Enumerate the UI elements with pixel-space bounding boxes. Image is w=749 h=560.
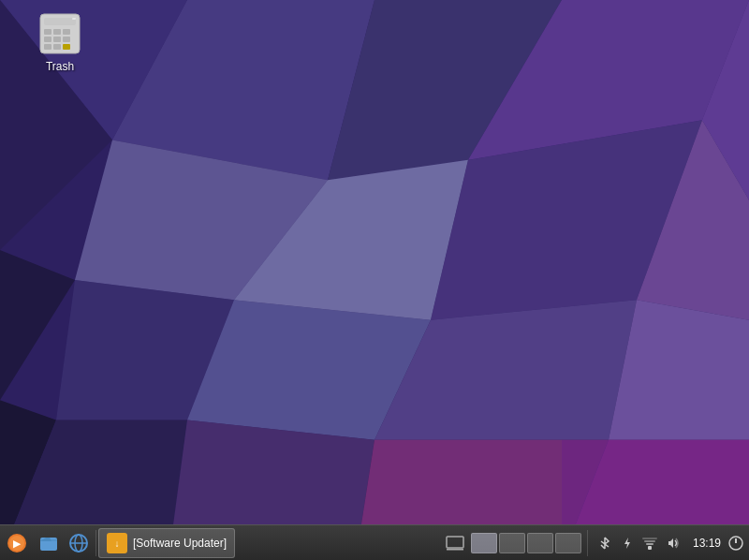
svg-text:▶: ▶	[13, 538, 22, 549]
trash-icon-image	[37, 11, 82, 56]
svg-rect-32	[53, 37, 61, 42]
svg-rect-27	[44, 18, 76, 25]
start-button[interactable]: ▶	[0, 525, 34, 561]
trash-icon[interactable]: Trash	[26, 7, 94, 77]
svg-rect-51	[646, 543, 654, 545]
svg-rect-48	[447, 549, 463, 551]
software-updater-label: [Software Updater]	[133, 537, 227, 550]
volume-tray-icon[interactable]	[663, 534, 682, 553]
svg-rect-33	[63, 37, 70, 42]
workspace-3-button[interactable]	[527, 533, 553, 553]
trash-icon-label: Trash	[46, 60, 74, 73]
svg-rect-28	[44, 29, 51, 35]
svg-rect-36	[63, 44, 70, 50]
svg-marker-54	[668, 538, 673, 548]
workspace-1-button[interactable]	[471, 533, 497, 553]
file-manager-button[interactable]	[35, 528, 63, 558]
network-tray-icon[interactable]	[640, 534, 659, 553]
power-tray-icon[interactable]	[618, 534, 637, 553]
software-updater-taskbar-button[interactable]: ↓ [Software Updater]	[98, 528, 235, 558]
bluetooth-tray-icon[interactable]	[595, 534, 614, 553]
svg-text:↓: ↓	[115, 538, 120, 549]
svg-rect-52	[644, 540, 655, 542]
workspace-2-button[interactable]	[499, 533, 525, 553]
svg-rect-50	[648, 546, 652, 550]
desktop-background	[0, 0, 749, 560]
taskbar-separator-1	[95, 530, 96, 556]
power-button[interactable]	[727, 534, 745, 553]
svg-rect-30	[63, 29, 70, 35]
system-tray	[590, 525, 687, 561]
svg-rect-53	[642, 538, 657, 539]
taskbar-separator-2	[587, 530, 588, 556]
taskbar: ▶ ↓	[0, 524, 749, 560]
software-updater-icon: ↓	[107, 533, 127, 553]
svg-rect-47	[447, 537, 463, 548]
workspace-4-button[interactable]	[555, 533, 581, 553]
svg-rect-37	[72, 18, 76, 20]
svg-rect-29	[53, 29, 61, 35]
desktop: Trash ▶	[0, 0, 749, 560]
workspace-switcher	[437, 528, 585, 558]
svg-rect-34	[44, 44, 51, 50]
svg-rect-35	[53, 44, 61, 50]
browser-button[interactable]	[65, 528, 93, 558]
system-clock[interactable]: 13:19	[687, 537, 727, 550]
svg-rect-31	[44, 37, 51, 42]
svg-marker-49	[624, 538, 630, 549]
show-desktop-button[interactable]	[442, 528, 468, 558]
